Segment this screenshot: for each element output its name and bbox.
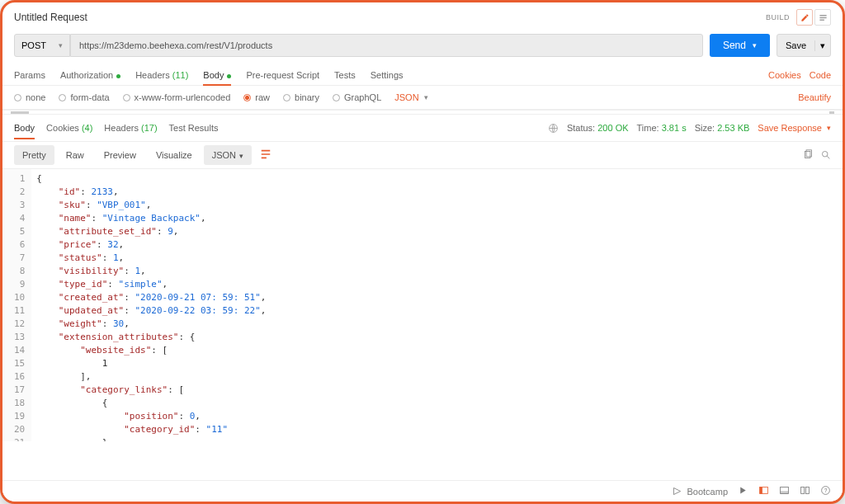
save-button[interactable]: Save ▾ (777, 34, 831, 57)
svg-rect-2 (819, 19, 824, 20)
line-wrap-icon[interactable] (255, 145, 276, 165)
view-preview[interactable]: Preview (96, 145, 144, 165)
copy-icon[interactable] (803, 149, 814, 162)
resp-tab-tests[interactable]: Test Results (169, 120, 219, 136)
resp-tab-body[interactable]: Body (14, 120, 35, 136)
tab-tests[interactable]: Tests (334, 65, 356, 85)
svg-line-7 (827, 156, 829, 158)
code-link[interactable]: Code (810, 70, 831, 80)
tab-params[interactable]: Params (14, 65, 45, 85)
save-label: Save (777, 40, 814, 50)
tab-headers[interactable]: Headers (11) (135, 65, 188, 85)
dot-icon (227, 74, 231, 78)
tab-prerequest[interactable]: Pre-request Script (246, 65, 319, 85)
status-footer: Bootcamp ? (2, 480, 843, 502)
svg-rect-11 (781, 491, 789, 493)
svg-rect-12 (801, 487, 805, 493)
svg-rect-13 (805, 487, 809, 493)
request-tabs: Params Authorization Headers (11) Body P… (2, 62, 843, 86)
svg-point-6 (822, 151, 828, 157)
view-visualize[interactable]: Visualize (148, 145, 201, 165)
code-content: { "id": 2133, "sku": "VBP_001", "name": … (31, 169, 266, 441)
body-type-row: none form-data x-www-form-urlencoded raw… (2, 86, 843, 110)
line-gutter: 1234567891011121314151617181920212223242… (2, 169, 31, 441)
status-value: 200 OK (597, 123, 628, 133)
panel-bottom-icon[interactable] (779, 485, 790, 497)
radio-none[interactable]: none (14, 92, 45, 102)
tab-body[interactable]: Body (203, 65, 231, 85)
radio-raw[interactable]: raw (243, 92, 270, 102)
response-body-viewer[interactable]: 1234567891011121314151617181920212223242… (2, 169, 843, 441)
view-raw[interactable]: Raw (58, 145, 92, 165)
help-icon[interactable]: ? (820, 485, 831, 497)
beautify-link[interactable]: Beautify (798, 92, 831, 102)
svg-text:?: ? (824, 488, 828, 493)
body-editor-collapsed[interactable] (2, 110, 843, 115)
url-text: https://m23demo.beehexa.com/rest/V1/prod… (79, 40, 272, 50)
two-pane-icon[interactable] (800, 485, 810, 497)
response-tabs: Body Cookies (4) Headers (17) Test Resul… (2, 115, 843, 141)
send-label: Send (723, 40, 746, 51)
request-title: Untitled Request (14, 12, 87, 23)
url-input[interactable]: https://m23demo.beehexa.com/rest/V1/prod… (70, 34, 703, 57)
globe-icon (548, 123, 559, 134)
status-meta: Status: 200 OK Time: 3.81 s Size: 2.53 K… (548, 123, 831, 134)
dot-icon (116, 74, 120, 78)
method-label: POST (21, 40, 46, 50)
svg-rect-9 (760, 487, 762, 493)
search-icon[interactable] (820, 149, 831, 162)
request-bar: POST ▾ https://m23demo.beehexa.com/rest/… (2, 29, 843, 62)
tab-settings[interactable]: Settings (371, 65, 404, 85)
svg-rect-0 (819, 15, 826, 16)
resp-tab-headers[interactable]: Headers (17) (104, 120, 157, 136)
bootcamp-icon (672, 486, 682, 497)
panel-left-icon[interactable] (758, 485, 769, 497)
title-bar: Untitled Request BUILD (2, 2, 843, 29)
method-select[interactable]: POST ▾ (14, 34, 70, 57)
radio-form-data[interactable]: form-data (59, 92, 109, 102)
response-view-bar: Pretty Raw Preview Visualize JSON (2, 141, 843, 169)
resp-tab-cookies[interactable]: Cookies (4) (46, 120, 92, 136)
radio-urlencoded[interactable]: x-www-form-urlencoded (123, 92, 231, 102)
radio-binary[interactable]: binary (283, 92, 319, 102)
comments-icon[interactable] (814, 9, 831, 26)
bootcamp-button[interactable]: Bootcamp (672, 486, 728, 497)
save-response-button[interactable]: Save Response ▾ (758, 123, 831, 133)
view-format-select[interactable]: JSON (204, 145, 252, 165)
runner-icon[interactable] (738, 485, 748, 497)
send-button[interactable]: Send ▾ (710, 34, 770, 57)
build-label: BUILD (766, 13, 790, 21)
radio-graphql[interactable]: GraphQL (333, 92, 381, 102)
svg-rect-1 (819, 16, 826, 17)
body-format-select[interactable]: JSON▾ (394, 92, 427, 102)
edit-icon[interactable] (796, 9, 813, 26)
cookies-link[interactable]: Cookies (768, 70, 801, 80)
size-value: 2.53 KB (717, 123, 749, 133)
view-pretty[interactable]: Pretty (14, 145, 54, 165)
tab-authorization[interactable]: Authorization (60, 65, 120, 85)
time-value: 3.81 s (662, 123, 687, 133)
